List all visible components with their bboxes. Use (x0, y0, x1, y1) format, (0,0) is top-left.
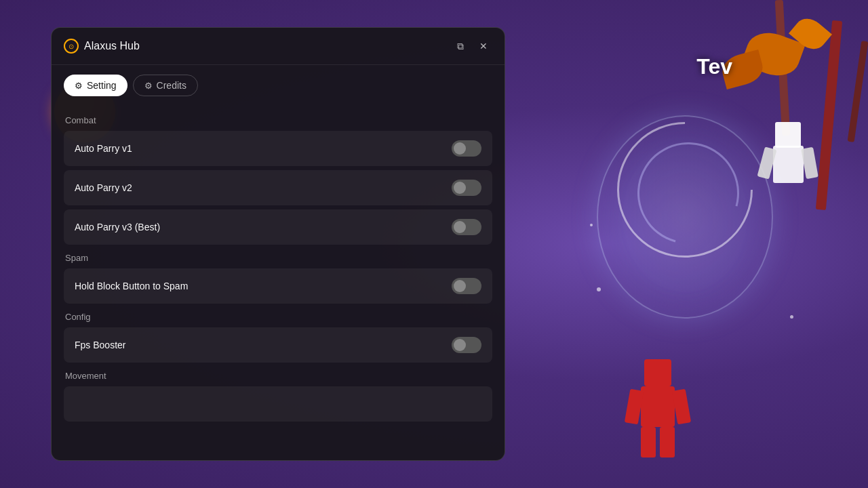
credits-tab-icon: ⚙ (144, 81, 153, 91)
close-button[interactable]: ✕ (475, 37, 492, 55)
resize-button[interactable]: ⧉ (452, 37, 469, 55)
toggle-thumb-5 (454, 339, 466, 351)
panel-content[interactable]: Combat Auto Parry v1 Auto Parry v2 Auto … (52, 103, 505, 460)
panel-title: Alaxus Hub (84, 40, 140, 52)
tab-setting[interactable]: ⚙ Setting (64, 75, 127, 96)
auto-parry-v2-toggle[interactable] (452, 180, 481, 196)
section-spam-header: Spam (64, 253, 492, 263)
auto-parry-v1-toggle[interactable] (452, 140, 481, 157)
toggle-thumb-2 (454, 182, 466, 194)
setting-tab-icon: ⚙ (75, 81, 83, 91)
dot-1 (597, 287, 601, 291)
wc-body (773, 146, 804, 183)
setting-hold-block-spam: Hold Block Button to Spam (64, 268, 492, 304)
toggle-track-3 (452, 219, 481, 235)
rb-arm-r (672, 389, 691, 425)
setting-tab-label: Setting (87, 80, 117, 91)
structure-bar-1 (816, 20, 842, 210)
auto-parry-v1-label: Auto Parry v1 (75, 143, 132, 154)
setting-auto-parry-v3: Auto Parry v3 (Best) (64, 209, 492, 245)
title-bar: ⊙ Alaxus Hub ⧉ ✕ (52, 28, 505, 65)
setting-fps-booster: Fps Booster (64, 327, 492, 363)
rb-body (641, 386, 675, 427)
title-left: ⊙ Alaxus Hub (64, 39, 140, 54)
section-movement-header: Movement (64, 371, 492, 381)
dot-3 (590, 224, 593, 226)
rb-leg-r (660, 427, 675, 458)
rb-head (644, 359, 671, 386)
fps-booster-label: Fps Booster (75, 340, 125, 350)
tab-credits[interactable]: ⚙ Credits (133, 75, 198, 96)
setting-auto-parry-v2: Auto Parry v2 (64, 170, 492, 205)
toggle-track-4 (452, 278, 481, 294)
player-label: Tev (696, 54, 732, 79)
game-structures (515, 0, 868, 488)
hub-icon: ⊙ (64, 39, 79, 54)
toggle-track-2 (452, 180, 481, 196)
toggle-thumb-1 (454, 142, 466, 155)
toggle-track-1 (452, 140, 481, 157)
auto-parry-v2-label: Auto Parry v2 (75, 182, 132, 193)
toggle-thumb-3 (454, 221, 466, 233)
movement-partial-row (64, 386, 492, 422)
tabs-container: ⚙ Setting ⚙ Credits (52, 65, 505, 103)
character-area (583, 102, 800, 373)
auto-parry-v3-label: Auto Parry v3 (Best) (75, 222, 160, 232)
toggle-thumb-4 (454, 280, 466, 292)
hold-block-spam-toggle[interactable] (452, 278, 481, 294)
credits-tab-label: Credits (157, 80, 186, 91)
title-actions: ⧉ ✕ (452, 37, 492, 55)
fps-booster-toggle[interactable] (452, 337, 481, 353)
wc-head (775, 122, 801, 148)
toggle-track-5 (452, 337, 481, 353)
section-combat-header: Combat (64, 115, 492, 125)
hold-block-spam-label: Hold Block Button to Spam (75, 281, 188, 291)
structure-bar-3 (848, 41, 868, 142)
wc-arm-r (801, 147, 818, 179)
setting-auto-parry-v1: Auto Parry v1 (64, 131, 492, 166)
section-config-header: Config (64, 312, 492, 322)
rb-leg-l (641, 427, 656, 458)
dot-2 (790, 315, 793, 319)
auto-parry-v3-toggle[interactable] (452, 219, 481, 235)
main-panel: ⊙ Alaxus Hub ⧉ ✕ ⚙ Setting ⚙ Credits Com… (51, 27, 505, 461)
